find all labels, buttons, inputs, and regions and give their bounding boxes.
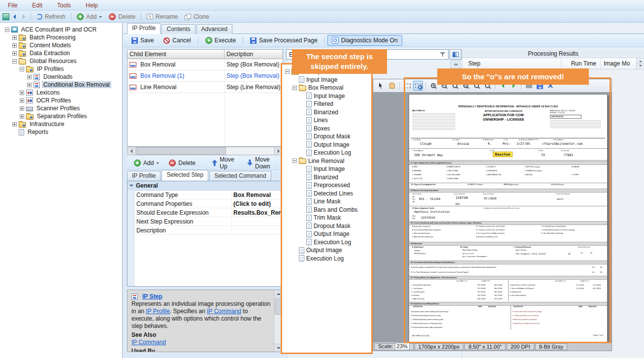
expander-icon[interactable] (20, 67, 24, 71)
expression-editor-button[interactable] (450, 49, 461, 60)
expander-icon[interactable] (12, 122, 17, 127)
expander-icon[interactable] (292, 86, 297, 90)
scrollbar-thumb[interactable] (136, 147, 226, 155)
steps-tree-item[interactable]: Input Image (284, 76, 371, 84)
expander-icon[interactable] (27, 75, 32, 79)
table-row[interactable]: Box Removal (1) Step (Box Removal) (128, 70, 283, 82)
tree-item[interactable]: Reports (4, 128, 122, 136)
scroll-left-button[interactable] (128, 147, 136, 155)
steps-tree-item[interactable]: Bars and Combs (284, 206, 371, 214)
ip-profile-link[interactable]: IP Profile (146, 308, 169, 315)
property-value[interactable]: Box Removal (231, 192, 283, 198)
steps-tree-item[interactable]: Execution Log (284, 149, 371, 157)
steps-tree-item[interactable]: Line Mask (284, 197, 371, 206)
expander-icon[interactable] (20, 91, 24, 95)
rename-button[interactable]: Rename (144, 12, 181, 21)
forward-button[interactable] (20, 13, 28, 20)
ip-command-link[interactable]: IP Command (207, 308, 241, 315)
save-processed-page-button[interactable]: Save Processed Page (246, 35, 322, 46)
select-region-button[interactable] (402, 81, 412, 91)
expander-icon[interactable] (20, 106, 24, 111)
menu-item[interactable]: Tools (57, 2, 71, 9)
save-button[interactable]: Save (127, 35, 158, 46)
steps-tree-item[interactable]: Dropout Mask (284, 222, 371, 230)
expander-icon[interactable] (12, 35, 17, 40)
property-value[interactable]: Results.Box_Removal.B (231, 209, 283, 216)
steps-tree-item[interactable]: Preprocessed (284, 181, 371, 190)
move-down-button[interactable]: Move Down (243, 154, 283, 172)
tree-item[interactable]: Scanner Profiles (4, 104, 122, 112)
menu-item[interactable]: File (8, 2, 17, 9)
steps-tree-item[interactable]: Lines (284, 116, 371, 125)
property-section-header[interactable]: General (128, 181, 283, 191)
steps-tree-item[interactable]: Trim Mask (284, 214, 371, 222)
move-up-button[interactable]: Move Up (207, 154, 242, 172)
tree-item[interactable]: ACE Consultant IP and OCR (4, 26, 122, 33)
tree-item[interactable]: Infrastructure (4, 120, 122, 128)
expander-icon[interactable] (292, 159, 297, 163)
tree-item[interactable]: Separation Profiles (4, 112, 122, 120)
steps-tree-item[interactable]: Output Image (284, 246, 371, 255)
collapse-panel-button[interactable] (451, 61, 460, 68)
tree-item[interactable]: OCR Profiles (4, 97, 122, 104)
table-row[interactable]: Line Removal Step (Line Removal) (128, 82, 283, 93)
diagnostics-mode-toggle[interactable]: Diagnostics Mode On (327, 35, 402, 46)
table-row[interactable]: Box Removal Step (Box Removal) (128, 59, 283, 70)
steps-tree-item[interactable]: Boxes (284, 125, 371, 133)
steps-tree-item[interactable]: Input Image (284, 165, 371, 173)
expander-icon[interactable] (12, 51, 17, 56)
tree-item[interactable]: Data Extraction (4, 49, 122, 57)
main-tab[interactable]: Contents (161, 24, 195, 34)
back-button[interactable] (10, 13, 19, 20)
see-also-ip-command-link[interactable]: IP Command (131, 339, 166, 346)
menu-item[interactable]: Help (86, 2, 98, 9)
ip-step-link[interactable]: IP Step (142, 293, 162, 300)
detail-tab[interactable]: IP Profile (127, 171, 161, 181)
steps-tree-item[interactable]: Execution Log (284, 238, 371, 247)
tree-item[interactable]: Downloads (4, 73, 122, 81)
steps-tree-item[interactable]: Dropout Mask (284, 132, 371, 141)
column-header-run-time[interactable]: Run Time (561, 58, 601, 69)
detail-tab[interactable]: Selected Step (161, 170, 208, 181)
menu-item[interactable]: Edit (32, 2, 42, 9)
delete-button[interactable]: Delete (106, 12, 138, 21)
column-header-description[interactable]: Decription (225, 51, 283, 58)
steps-tree-item[interactable]: Box Removal (284, 84, 371, 92)
column-header-step[interactable]: Step (462, 58, 561, 69)
expander-icon[interactable] (20, 98, 24, 103)
zoom-region-button[interactable] (413, 81, 423, 91)
tree-item[interactable]: Conditional Box Removal (4, 81, 122, 89)
column-header-image-mode[interactable]: Image Mo (601, 58, 636, 69)
filter-icon[interactable] (440, 52, 446, 57)
steps-tree-item[interactable]: Output Image (284, 141, 371, 149)
steps-tree-item[interactable]: Detected Lines (284, 190, 371, 198)
list-add-button[interactable]: Add (129, 158, 163, 168)
tree-item[interactable]: Lexicons (4, 89, 122, 97)
zoom-in-button[interactable] (428, 81, 438, 91)
steps-tree-item[interactable]: Binarized (284, 108, 371, 117)
expander-icon[interactable] (27, 83, 32, 87)
steps-tree-item[interactable]: Binarized (284, 173, 371, 182)
column-header-child-element[interactable]: Child Element (128, 50, 225, 59)
steps-tree-item[interactable]: Execution Log (284, 255, 371, 263)
tree-item[interactable]: Batch Processing (4, 33, 122, 41)
steps-tree-item[interactable]: Line Removal (284, 157, 371, 165)
refresh-button[interactable]: Refresh (33, 12, 68, 21)
clone-button[interactable]: Clone (182, 12, 212, 21)
expander-icon[interactable] (20, 114, 24, 119)
detail-tab[interactable]: Selected Command (209, 171, 271, 181)
cancel-button[interactable]: Cancel (159, 35, 195, 46)
steps-tree-item[interactable]: Filtered (284, 100, 371, 108)
steps-tree-item[interactable]: Output Image (284, 230, 371, 238)
expander-icon[interactable] (5, 28, 9, 32)
viewer-canvas[interactable]: PERSONALLY IDENTIFIABLE INFORMATION - WI… (373, 92, 612, 342)
expander-icon[interactable] (12, 43, 17, 48)
tree-item[interactable]: Global Resources (4, 57, 122, 65)
main-tab[interactable]: Advanced (196, 24, 232, 34)
steps-tree-item[interactable]: Input Image (284, 92, 371, 100)
add-button[interactable]: Add (74, 12, 105, 21)
expander-icon[interactable] (285, 69, 290, 74)
execute-button[interactable]: Execute (201, 35, 240, 46)
column-scroll-spinner[interactable] (636, 58, 644, 69)
expander-icon[interactable] (12, 59, 17, 64)
